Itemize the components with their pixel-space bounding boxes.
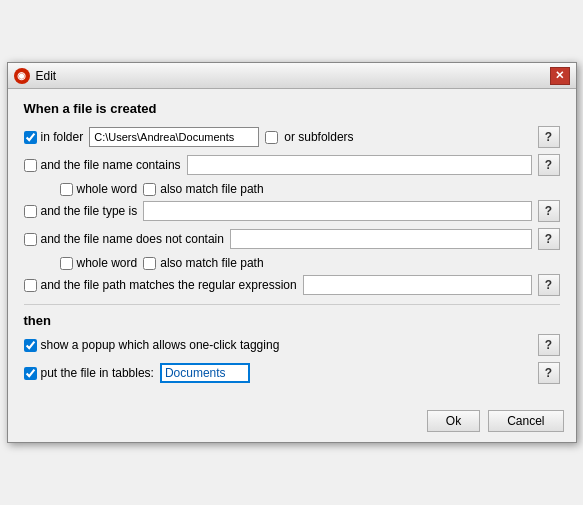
button-row: Ok Cancel	[8, 402, 576, 442]
whole-word-2-text: whole word	[77, 256, 138, 270]
put-in-tabbles-input[interactable]	[160, 363, 250, 383]
file-name-not-contain-text: and the file name does not contain	[41, 232, 224, 246]
cancel-button[interactable]: Cancel	[488, 410, 563, 432]
or-subfolders-label[interactable]: or subfolders	[265, 130, 353, 144]
divider	[24, 304, 560, 305]
file-type-text: and the file type is	[41, 204, 138, 218]
also-match-1-label[interactable]: also match file path	[143, 182, 263, 196]
file-name-not-contain-options-row: whole word also match file path	[24, 256, 560, 270]
file-path-matches-input[interactable]	[303, 275, 532, 295]
file-name-contains-checkbox[interactable]	[24, 159, 37, 172]
in-folder-checkbox[interactable]	[24, 131, 37, 144]
file-path-matches-checkbox[interactable]	[24, 279, 37, 292]
put-in-tabbles-checkbox[interactable]	[24, 367, 37, 380]
put-in-tabbles-text: put the file in tabbles:	[41, 366, 154, 380]
file-name-not-contain-label[interactable]: and the file name does not contain	[24, 232, 224, 246]
edit-dialog: ◉ Edit ✕ When a file is created in folde…	[7, 62, 577, 443]
put-in-tabbles-row: put the file in tabbles: ?	[24, 362, 560, 384]
window-title: Edit	[36, 69, 57, 83]
file-type-input[interactable]	[143, 201, 531, 221]
show-popup-text: show a popup which allows one-click tagg…	[41, 338, 280, 352]
file-name-contains-help-button[interactable]: ?	[538, 154, 560, 176]
show-popup-help-button[interactable]: ?	[538, 334, 560, 356]
put-in-tabbles-help-button[interactable]: ?	[538, 362, 560, 384]
file-type-help-button[interactable]: ?	[538, 200, 560, 222]
whole-word-1-checkbox[interactable]	[60, 183, 73, 196]
ok-button[interactable]: Ok	[427, 410, 480, 432]
file-type-row: and the file type is ?	[24, 200, 560, 222]
or-subfolders-text: or subfolders	[284, 130, 353, 144]
file-name-not-contain-row: and the file name does not contain ?	[24, 228, 560, 250]
file-path-matches-row: and the file path matches the regular ex…	[24, 274, 560, 296]
in-folder-label: in folder	[41, 130, 84, 144]
file-name-not-contain-input[interactable]	[230, 229, 532, 249]
file-path-matches-label[interactable]: and the file path matches the regular ex…	[24, 278, 297, 292]
section-title: When a file is created	[24, 101, 560, 116]
file-path-matches-help-button[interactable]: ?	[538, 274, 560, 296]
close-button[interactable]: ✕	[550, 67, 570, 85]
whole-word-1-label[interactable]: whole word	[60, 182, 138, 196]
show-popup-checkbox[interactable]	[24, 339, 37, 352]
dialog-content: When a file is created in folder or subf…	[8, 89, 576, 402]
also-match-1-checkbox[interactable]	[143, 183, 156, 196]
whole-word-2-label[interactable]: whole word	[60, 256, 138, 270]
then-label: then	[24, 313, 560, 328]
or-subfolders-checkbox[interactable]	[265, 131, 278, 144]
file-type-label[interactable]: and the file type is	[24, 204, 138, 218]
also-match-2-checkbox[interactable]	[143, 257, 156, 270]
show-popup-row: show a popup which allows one-click tagg…	[24, 334, 560, 356]
whole-word-1-text: whole word	[77, 182, 138, 196]
titlebar-left: ◉ Edit	[14, 68, 57, 84]
file-path-matches-text: and the file path matches the regular ex…	[41, 278, 297, 292]
file-name-not-contain-help-button[interactable]: ?	[538, 228, 560, 250]
file-name-contains-text: and the file name contains	[41, 158, 181, 172]
put-in-tabbles-label[interactable]: put the file in tabbles:	[24, 366, 154, 380]
in-folder-row: in folder or subfolders ?	[24, 126, 560, 148]
in-folder-checkbox-label[interactable]: in folder	[24, 130, 84, 144]
file-type-checkbox[interactable]	[24, 205, 37, 218]
whole-word-2-checkbox[interactable]	[60, 257, 73, 270]
file-name-contains-label[interactable]: and the file name contains	[24, 158, 181, 172]
also-match-1-text: also match file path	[160, 182, 263, 196]
titlebar: ◉ Edit ✕	[8, 63, 576, 89]
file-name-contains-options-row: whole word also match file path	[24, 182, 560, 196]
file-name-contains-row: and the file name contains ?	[24, 154, 560, 176]
file-name-contains-input[interactable]	[187, 155, 532, 175]
in-folder-help-button[interactable]: ?	[538, 126, 560, 148]
show-popup-label[interactable]: show a popup which allows one-click tagg…	[24, 338, 280, 352]
also-match-2-text: also match file path	[160, 256, 263, 270]
in-folder-input[interactable]	[89, 127, 259, 147]
also-match-2-label[interactable]: also match file path	[143, 256, 263, 270]
file-name-not-contain-checkbox[interactable]	[24, 233, 37, 246]
app-icon: ◉	[14, 68, 30, 84]
